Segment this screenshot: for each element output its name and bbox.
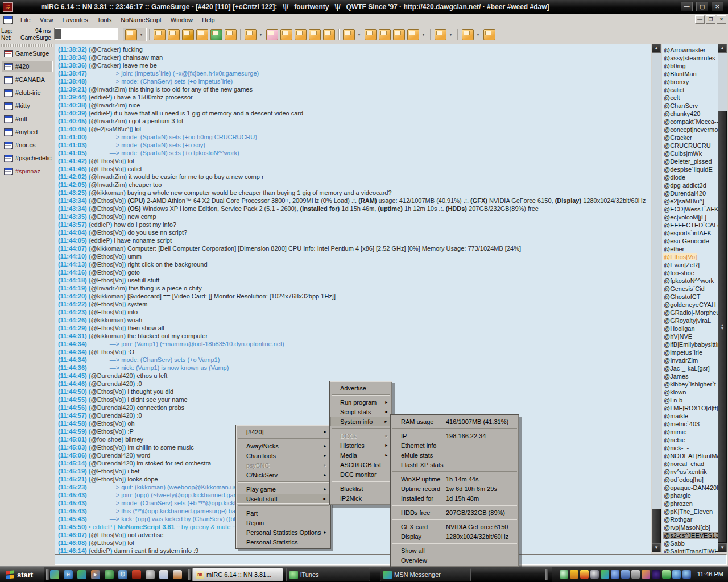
help-icon[interactable] (483, 29, 495, 40)
msn-tray-icon[interactable] (601, 570, 609, 579)
user-list-item[interactable]: @ChanServ (663, 102, 718, 110)
taskbar-task-itunes[interactable]: iTunes (286, 568, 370, 581)
menu-item-ram-usage[interactable]: RAM usage416/1007MB (41.31%) (391, 417, 518, 426)
menu-item-show-all[interactable]: Show all (391, 546, 518, 555)
internet-explorer-icon[interactable]: e (64, 570, 73, 579)
menu-view[interactable]: View (35, 15, 58, 25)
mdi-minimize-button[interactable]: — (695, 15, 705, 24)
internet-icon[interactable] (210, 29, 222, 40)
menu-item-overview[interactable]: Overview (391, 555, 518, 565)
user-list-item[interactable]: @nv^us`xentrik (663, 468, 718, 476)
windows-media-icon[interactable]: ► (91, 570, 100, 579)
user-list-item[interactable]: @norcal_chad (663, 460, 718, 468)
user-list-item[interactable]: @rvp|MasoN[cb] (663, 523, 718, 531)
notepad-icon[interactable] (159, 570, 168, 579)
winamp-icon[interactable] (132, 570, 141, 579)
menu-item-blacklist[interactable]: Blacklist (330, 484, 391, 493)
user-list-item[interactable]: @esu-Genocide (663, 237, 718, 245)
menu-item-dcc-monitor[interactable]: DCC monitor (330, 469, 391, 479)
switchbar-item-GameSurge[interactable]: GameSurge (2, 48, 53, 59)
menu-tools[interactable]: Tools (93, 15, 117, 25)
menu-item-ip[interactable]: IP198.166.22.34 (391, 431, 518, 440)
user-list-item[interactable]: @klown (663, 388, 718, 396)
user-list-item[interactable]: @Ethos[Vo] (663, 253, 718, 261)
menu-item-media[interactable]: Media► (330, 450, 391, 460)
msn-messenger-icon[interactable] (77, 570, 86, 579)
menu-item--420-[interactable]: [#420]► (237, 427, 330, 436)
switchbar-item-420[interactable]: #420 (2, 61, 53, 72)
highlight-icon[interactable] (266, 29, 278, 40)
user-list-item[interactable]: @metric`403 (663, 420, 718, 428)
menu-item-gfx-card[interactable]: GFX cardNVIDIA GeForce 6150 (391, 522, 518, 531)
user-list-item[interactable]: @phargle (663, 492, 718, 500)
menu-item-useful-stuff[interactable]: Useful stuff► (237, 494, 330, 504)
menu-file[interactable]: File (16, 15, 35, 25)
send-sound-dropdown-icon[interactable]: ▼ (420, 29, 427, 40)
menu-item-emule-stats[interactable]: eMule stats (391, 450, 518, 460)
user-list-item[interactable]: @opaque-DAN420H (663, 484, 718, 492)
user-list-item[interactable]: @concept|nevermo (663, 126, 718, 134)
user-list-item[interactable]: @Sabb (663, 539, 718, 547)
user-list-item[interactable]: @GhostofCT (663, 293, 718, 301)
user-list-item[interactable]: @dpg-addict3d (663, 181, 718, 189)
menu-item-chantools[interactable]: ChanTools► (237, 451, 330, 460)
quicktime-tray-icon[interactable] (672, 570, 681, 579)
switchbar-gripper[interactable] (1, 44, 53, 47)
script-editor-icon[interactable] (462, 29, 474, 40)
folder-open-icon[interactable] (379, 29, 391, 40)
menu-help[interactable]: Help (197, 15, 220, 25)
url-list-icon[interactable] (196, 29, 208, 40)
menu-window[interactable]: Window (166, 15, 197, 25)
vlc-icon[interactable] (173, 570, 182, 579)
notepad-icon[interactable] (435, 29, 446, 40)
menu-item-run-program[interactable]: Run program► (330, 397, 391, 407)
menu-item-play-game[interactable]: Play game► (237, 484, 330, 494)
menu-nonamescript[interactable]: NoNameScript (116, 15, 166, 25)
connect-icon[interactable] (125, 29, 137, 40)
user-list-item[interactable]: @goldeneyeCYAH (663, 301, 718, 309)
wireless-tray-icon[interactable] (652, 570, 660, 579)
msn-butterfly-icon[interactable] (50, 570, 59, 579)
display-tray-icon[interactable] (662, 570, 671, 579)
paint-tray-icon[interactable] (642, 570, 650, 579)
user-list-item[interactable]: @GRadio|-Morpheu (663, 309, 718, 317)
user-list-item[interactable]: @chunky420 (663, 110, 718, 118)
userlist-scrollbar-thumb[interactable]: ▲▼ (718, 111, 727, 543)
away-dropdown-icon[interactable]: ▼ (258, 29, 264, 40)
user-list-item[interactable]: @assy|steamrules (663, 54, 718, 62)
options-icon[interactable] (154, 29, 166, 40)
menu-favorites[interactable]: Favorites (57, 15, 92, 25)
user-list-item[interactable]: @BluntMan (663, 70, 718, 78)
next-window-icon[interactable] (295, 29, 307, 40)
user-list-item[interactable]: @kibbey`ishigher`t (663, 380, 718, 388)
switchbar-item-CANADA[interactable]: #CANADA (2, 74, 53, 85)
user-list-item[interactable]: @esports`intAFK (663, 229, 718, 237)
user-list-item[interactable]: @calict (663, 86, 718, 94)
user-list-item[interactable]: @celt (663, 94, 718, 102)
menu-item-script-stats[interactable]: Script stats► (330, 407, 391, 417)
user-list-item[interactable]: @Evan[ZeR] (663, 261, 718, 269)
switchbar-item-nor.cs[interactable]: #nor.cs (2, 139, 53, 151)
scroll-up-icon[interactable]: ▲ (718, 44, 727, 53)
user-list-item[interactable]: @James (663, 372, 718, 380)
script-editor-dropdown-icon[interactable]: ▼ (475, 29, 481, 40)
user-list-item[interactable]: @mimic (663, 428, 718, 436)
user-list-item[interactable]: @Hooligan (663, 325, 718, 332)
user-list-item[interactable]: @Durendal420 (663, 189, 718, 197)
menu-item-advertise[interactable]: Advertise (330, 383, 391, 393)
menu-item-system-info[interactable]: System info► (330, 417, 391, 426)
menu-item-ip2nick[interactable]: IP2Nick (330, 493, 391, 503)
maximize-button[interactable]: ▢ (696, 2, 708, 11)
user-list-item[interactable]: @phrozen (663, 500, 718, 508)
user-list-item[interactable]: @ECD|WessT`AFK (663, 205, 718, 213)
menu-item-personal-statistics-options[interactable]: Personal Statistics Options► (237, 527, 330, 537)
minimize-button[interactable]: — (681, 2, 693, 11)
close-window-icon[interactable] (323, 29, 335, 40)
network-tray-icon[interactable] (621, 570, 630, 579)
media-player-icon[interactable] (393, 29, 405, 40)
connect-dropdown-icon[interactable]: ▼ (138, 29, 144, 40)
address-book-icon[interactable] (182, 29, 194, 40)
switchbar-item-mybed[interactable]: #mybed (2, 126, 53, 138)
user-list-item[interactable]: @fpkostoN^^work (663, 277, 718, 285)
user-list-item[interactable]: @e2[saM8\u^] (663, 197, 718, 205)
